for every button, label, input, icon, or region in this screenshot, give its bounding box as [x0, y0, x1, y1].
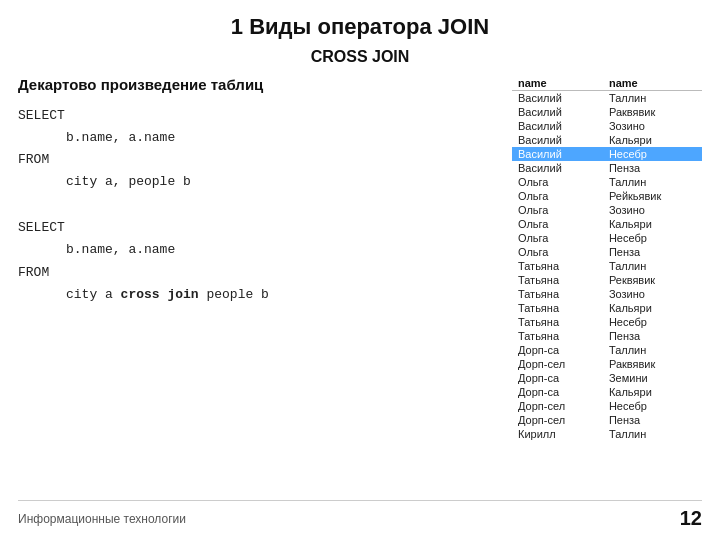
table-cell-col1: Дорп-са	[512, 343, 603, 357]
table-row: ТатьянаТаллин	[512, 259, 702, 273]
table-row: ТатьянаРеквявик	[512, 273, 702, 287]
cross-join-label: CROSS JOIN	[0, 48, 720, 66]
sql-block-1: SELECT b.name, a.name FROM city a, peopl…	[18, 105, 502, 193]
table-cell-col1: Ольга	[512, 175, 603, 189]
table-cell-col2: Земини	[603, 371, 702, 385]
table-cell-col2: Зозино	[603, 287, 702, 301]
table-cell-col2: Кальяри	[603, 385, 702, 399]
table-cell-col2: Пенза	[603, 161, 702, 175]
table-row: ТатьянаЗозино	[512, 287, 702, 301]
from-keyword-1: FROM	[18, 152, 49, 167]
table-cell-col1: Татьяна	[512, 301, 603, 315]
table-cell-col1: Василий	[512, 105, 603, 119]
table-cell-col2: Зозино	[603, 119, 702, 133]
footer-label: Информационные технологии	[18, 512, 186, 526]
table-cell-col1: Кирилл	[512, 427, 603, 441]
table-cell-col1: Василий	[512, 161, 603, 175]
table-row: Дорп-саЗемини	[512, 371, 702, 385]
table-row: ОльгаНесебр	[512, 231, 702, 245]
table-cell-col2: Пенза	[603, 413, 702, 427]
table-row: Дорп-саТаллин	[512, 343, 702, 357]
table-cell-col1: Василий	[512, 119, 603, 133]
table-row: Дорп-селПенза	[512, 413, 702, 427]
table-cell-col1: Ольга	[512, 203, 603, 217]
from-bold-keyword: cross join	[121, 287, 199, 302]
col-header-1: name	[512, 76, 603, 91]
table-cell-col1: Дорп-са	[512, 371, 603, 385]
table-cell-col2: Таллин	[603, 259, 702, 273]
table-row: Дорп-селРаквявик	[512, 357, 702, 371]
table-cell-col1: Ольга	[512, 217, 603, 231]
result-table: namename ВасилийТаллинВасилийРаквявикВас…	[512, 76, 702, 441]
table-cell-col1: Татьяна	[512, 329, 603, 343]
table-cell-col2: Кальяри	[603, 133, 702, 147]
table-cell-col1: Татьяна	[512, 287, 603, 301]
table-cell-col2: Таллин	[603, 91, 702, 106]
table-cell-col1: Дорп-сел	[512, 357, 603, 371]
page-number: 12	[680, 507, 702, 530]
table-cell-col1: Ольга	[512, 245, 603, 259]
select-keyword-2: SELECT	[18, 220, 65, 235]
table-row: ВасилийТаллин	[512, 91, 702, 106]
col-header-2: name	[603, 76, 702, 91]
table-row: ТатьянаНесебр	[512, 315, 702, 329]
from-value-1: city a, people b	[66, 174, 191, 189]
table-cell-col1: Татьяна	[512, 259, 603, 273]
page-title: 1 Виды оператора JOIN	[0, 0, 720, 48]
table-row: ВасилийЗозино	[512, 119, 702, 133]
table-cell-col1: Дорп-сел	[512, 399, 603, 413]
table-cell-col2: Раквявик	[603, 357, 702, 371]
table-cell-col1: Дорп-сел	[512, 413, 603, 427]
table-cell-col2: Таллин	[603, 343, 702, 357]
sql-block-2: SELECT b.name, a.name FROM city a cross …	[18, 217, 502, 305]
table-cell-col1: Татьяна	[512, 273, 603, 287]
table-cell-col2: Пенза	[603, 245, 702, 259]
table-cell-col2: Таллин	[603, 175, 702, 189]
table-row: ВасилийНесебр	[512, 147, 702, 161]
table-cell-col2: Несебр	[603, 399, 702, 413]
table-cell-col1: Дорп-са	[512, 385, 603, 399]
table-cell-col2: Пенза	[603, 329, 702, 343]
table-cell-col2: Несебр	[603, 231, 702, 245]
table-row: ВасилийКальяри	[512, 133, 702, 147]
section-title: Декартово произведение таблиц	[18, 76, 502, 93]
table-row: ТатьянаПенза	[512, 329, 702, 343]
table-cell-col2: Зозино	[603, 203, 702, 217]
table-row: ТатьянаКальяри	[512, 301, 702, 315]
footer: Информационные технологии 12	[18, 500, 702, 530]
table-cell-col2: Несебр	[603, 315, 702, 329]
table-row: КириллТаллин	[512, 427, 702, 441]
table-row: ОльгаТаллин	[512, 175, 702, 189]
select-keyword-1: SELECT	[18, 108, 65, 123]
table-cell-col1: Василий	[512, 147, 603, 161]
table-row: ВасилийРаквявик	[512, 105, 702, 119]
table-cell-col1: Татьяна	[512, 315, 603, 329]
select-value-1: b.name, a.name	[66, 130, 175, 145]
table-cell-col1: Ольга	[512, 189, 603, 203]
table-row: Дорп-селНесебр	[512, 399, 702, 413]
table-cell-col2: Раквявик	[603, 105, 702, 119]
table-cell-col2: Реквявик	[603, 273, 702, 287]
result-table-panel: namename ВасилийТаллинВасилийРаквявикВас…	[512, 76, 702, 441]
table-cell-col2: Кальяри	[603, 217, 702, 231]
select-value-2: b.name, a.name	[66, 242, 175, 257]
table-row: ОльгаКальяри	[512, 217, 702, 231]
table-row: Дорп-саКальяри	[512, 385, 702, 399]
table-cell-col2: Таллин	[603, 427, 702, 441]
table-cell-col2: Несебр	[603, 147, 702, 161]
from-value-post: people b	[199, 287, 269, 302]
table-cell-col1: Василий	[512, 91, 603, 106]
from-value-pre: city a	[66, 287, 121, 302]
table-cell-col1: Василий	[512, 133, 603, 147]
table-row: ОльгаПенза	[512, 245, 702, 259]
table-cell-col1: Ольга	[512, 231, 603, 245]
table-row: ОльгаЗозино	[512, 203, 702, 217]
table-row: ВасилийПенза	[512, 161, 702, 175]
from-keyword-2: FROM	[18, 265, 49, 280]
table-cell-col2: Рейкьявик	[603, 189, 702, 203]
table-row: ОльгаРейкьявик	[512, 189, 702, 203]
table-cell-col2: Кальяри	[603, 301, 702, 315]
